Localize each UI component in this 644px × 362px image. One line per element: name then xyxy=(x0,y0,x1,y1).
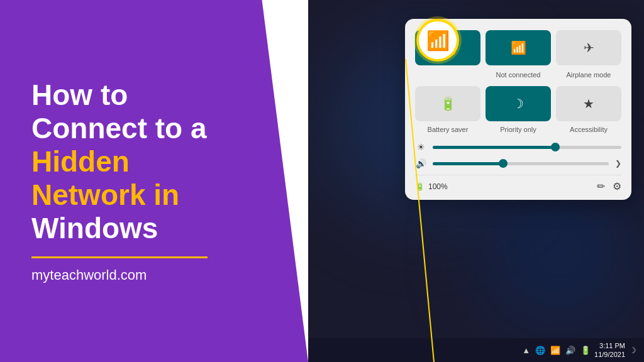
not-connected-label: Not connected xyxy=(486,69,551,79)
title-network: Network in xyxy=(31,178,179,212)
taskbar: ▲ 🌐 📶 🔊 🔋 3:11 PM 11/9/2021 ☽ xyxy=(308,338,644,362)
volume-icon: 🔊 xyxy=(415,158,426,168)
battery-icon-small: 🔋 xyxy=(415,182,425,191)
priority-only-label: Priority only xyxy=(486,124,551,133)
brightness-fill xyxy=(433,146,555,149)
wifi-highlight-circle: 📶 xyxy=(416,19,459,62)
right-panel: 📶 📶 📶 ✈ Not connected Airplane mode xyxy=(308,0,644,362)
battery-saver-button[interactable]: 🔋 xyxy=(415,86,480,121)
battery-saver-icon: 🔋 xyxy=(440,96,456,111)
qs-buttons-row-2: 🔋 ☽ ★ xyxy=(415,86,621,121)
volume-arrow[interactable]: ❯ xyxy=(615,159,621,168)
title-connect: Connect to a xyxy=(31,112,207,145)
brightness-slider-row: ☀ xyxy=(415,142,621,152)
volume-slider-row: 🔊 ❯ xyxy=(415,158,621,168)
volume-fill xyxy=(433,162,503,165)
taskbar-network-icon[interactable]: 🌐 xyxy=(535,346,545,355)
qs-bottom-bar: 🔋 100% ✏ ⚙ xyxy=(415,175,621,192)
bluetooth-button[interactable]: 📶 xyxy=(486,30,551,65)
airplane-button[interactable]: ✈ xyxy=(556,30,621,65)
title-hidden: Hidden xyxy=(31,145,130,178)
accessibility-button[interactable]: ★ xyxy=(556,86,621,121)
brightness-thumb[interactable] xyxy=(551,143,560,151)
qs-row2-labels: Battery saver Priority only Accessibilit… xyxy=(415,124,621,133)
taskbar-battery-icon[interactable]: 🔋 xyxy=(580,346,591,355)
battery-percent: 100% xyxy=(428,182,448,191)
wifi-label xyxy=(415,69,480,79)
taskbar-wifi-icon[interactable]: 📶 xyxy=(550,346,560,355)
airplane-mode-label: Airplane mode xyxy=(556,69,621,79)
accessibility-icon: ★ xyxy=(583,96,594,111)
qs-row1-labels: Not connected Airplane mode xyxy=(415,69,621,79)
airplane-btn-icon: ✈ xyxy=(584,40,594,55)
volume-track[interactable] xyxy=(433,162,609,165)
battery-saver-label: Battery saver xyxy=(415,124,480,133)
title-windows: Windows xyxy=(31,212,158,245)
divider xyxy=(31,256,208,258)
taskbar-volume-icon[interactable]: 🔊 xyxy=(565,346,575,355)
edit-icon[interactable]: ✏ xyxy=(597,180,605,192)
taskbar-moon-icon[interactable]: ☽ xyxy=(629,346,636,355)
brightness-track[interactable] xyxy=(433,146,621,149)
left-panel: How to Connect to a Hidden Network in Wi… xyxy=(0,0,308,362)
wifi-icon: 📶 xyxy=(426,30,450,52)
website: myteachworld.com xyxy=(31,267,147,283)
taskbar-date-value: 11/9/2021 xyxy=(594,350,625,359)
volume-thumb[interactable] xyxy=(499,159,508,168)
priority-only-icon: ☽ xyxy=(513,96,524,111)
taskbar-clock: 3:11 PM 11/9/2021 xyxy=(594,341,625,359)
title-how-to: How to xyxy=(31,79,128,112)
qs-bottom-icons: ✏ ⚙ xyxy=(597,180,621,192)
accessibility-label: Accessibility xyxy=(556,124,621,133)
taskbar-system-icons: ▲ 🌐 📶 🔊 🔋 xyxy=(522,346,591,355)
battery-info: 🔋 100% xyxy=(415,182,448,191)
taskbar-up-arrow[interactable]: ▲ xyxy=(522,346,530,355)
brightness-icon: ☀ xyxy=(415,142,426,152)
priority-only-button[interactable]: ☽ xyxy=(486,86,551,121)
bluetooth-btn-icon: 📶 xyxy=(511,40,526,55)
settings-icon[interactable]: ⚙ xyxy=(613,180,621,192)
taskbar-time-value: 3:11 PM xyxy=(594,341,625,350)
